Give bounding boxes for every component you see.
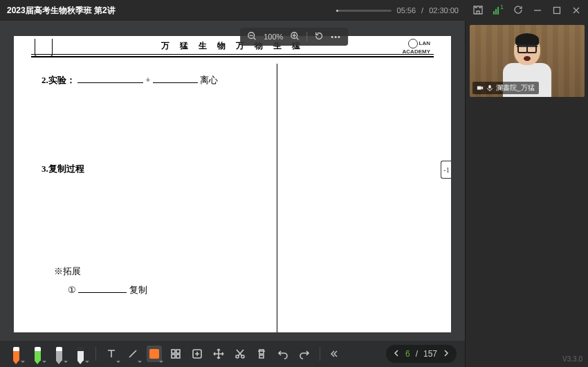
move-tool[interactable] — [211, 346, 226, 362]
signal-indicator: 1 — [493, 7, 504, 15]
blank-field — [77, 73, 143, 83]
document-page: 万 猛 生 物 万 物 生 猛 LAN ACADEMY -1 2.实验： + 离… — [14, 36, 451, 332]
eraser-tool[interactable] — [73, 346, 88, 362]
more-icon[interactable]: ••• — [331, 33, 341, 41]
mic-icon — [486, 84, 493, 91]
refresh-icon[interactable] — [513, 5, 523, 17]
extension-label: ※拓展 — [54, 265, 270, 278]
extension-item-1: ① 复制 — [68, 283, 270, 296]
current-page[interactable]: 6 — [405, 349, 410, 359]
pen-green[interactable] — [30, 346, 45, 362]
pen-orange[interactable] — [8, 346, 24, 362]
cut-tool[interactable] — [232, 346, 248, 362]
section-3: 3.复制过程 — [42, 163, 270, 175]
blank-field — [78, 283, 127, 293]
shape-tool[interactable] — [147, 346, 162, 362]
title-bar: 2023届高考生物秋季班 第2讲 05:56 / 02:30:00 1 — [0, 0, 588, 21]
delete-tool[interactable] — [254, 346, 269, 362]
svg-rect-5 — [176, 350, 180, 353]
svg-rect-6 — [172, 355, 175, 358]
page-navigator: 6 / 157 — [386, 345, 457, 363]
presenter-video[interactable]: 瀾書院_万猛 — [470, 25, 585, 97]
version-label: V3.3.0 — [562, 355, 582, 363]
text-tool[interactable] — [104, 346, 119, 362]
svg-point-10 — [241, 355, 244, 358]
svg-point-9 — [236, 355, 239, 358]
svg-rect-7 — [176, 355, 180, 358]
logo-right: LAN ACADEMY — [389, 39, 430, 55]
maximize-button[interactable] — [552, 6, 562, 15]
redo-button[interactable] — [297, 346, 312, 362]
column-divider — [277, 64, 277, 332]
svg-rect-4 — [172, 350, 175, 353]
side-panel: 瀾書院_万猛 V3.3.0 — [465, 21, 588, 367]
rotate-button[interactable] — [314, 31, 324, 42]
prev-page-button[interactable] — [393, 349, 400, 359]
svg-rect-3 — [488, 85, 490, 89]
playback-info: 05:56 / 02:30:00 — [336, 6, 459, 15]
camera-icon — [477, 84, 484, 91]
close-button[interactable] — [571, 6, 581, 15]
zoom-in-button[interactable] — [290, 31, 300, 42]
svg-rect-0 — [554, 8, 560, 14]
next-page-button[interactable] — [443, 349, 450, 359]
total-pages: 157 — [423, 349, 437, 359]
window-title: 2023届高考生物秋季班 第2讲 — [7, 5, 116, 17]
grid-tool[interactable] — [168, 346, 183, 362]
undo-button[interactable] — [275, 346, 291, 362]
zoom-toolbar: 100% ••• — [240, 28, 348, 46]
time-total: 02:30:00 — [429, 6, 459, 15]
line-tool[interactable] — [125, 346, 140, 362]
document-viewport: 万 猛 生 物 万 物 生 猛 LAN ACADEMY -1 2.实验： + 离… — [0, 21, 465, 343]
castle-icon[interactable] — [472, 5, 484, 17]
page-side-tab[interactable]: -1 — [441, 161, 451, 179]
presenter-label: 瀾書院_万猛 — [472, 82, 539, 94]
time-current: 05:56 — [397, 6, 416, 15]
minimize-button[interactable] — [533, 6, 542, 15]
doc-content: 2.实验： + 离心 3.复制过程 ※拓展 ① 复制 — [42, 71, 270, 332]
progress-bar[interactable] — [336, 10, 392, 12]
section-2: 2.实验： + 离心 — [42, 73, 270, 87]
pen-gray[interactable] — [51, 346, 66, 362]
doc-header: 万 猛 生 物 万 物 生 猛 LAN ACADEMY — [14, 40, 451, 52]
collapse-toolbar-button[interactable] — [328, 346, 343, 362]
blank-field — [153, 73, 198, 83]
zoom-level[interactable]: 100% — [264, 33, 283, 41]
zoom-out-button[interactable] — [247, 31, 257, 42]
add-page-button[interactable] — [190, 346, 205, 362]
annotation-toolbar: 6 / 157 — [0, 341, 465, 367]
